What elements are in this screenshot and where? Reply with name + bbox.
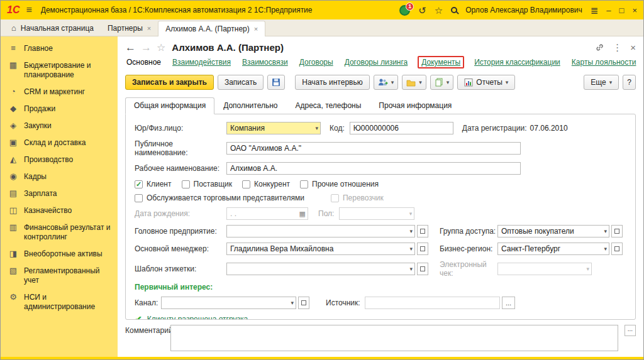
public-name-value: ОАО "Алхимов А.А."	[230, 144, 518, 153]
source-input[interactable]	[365, 297, 500, 309]
tab-other-info[interactable]: Прочая информация	[370, 97, 460, 114]
back-button[interactable]: ←	[125, 42, 136, 53]
history-icon[interactable]: ↺	[418, 6, 426, 15]
head-company-select[interactable]: ▾	[226, 225, 415, 237]
tab-home[interactable]: ⌂ Начальная страница	[4, 20, 101, 36]
tab-close-icon[interactable]: ×	[254, 25, 258, 33]
tab-alkhimov-partner[interactable]: Алхимов А.А. (Партнер) ×	[158, 21, 265, 36]
competitor-checkbox[interactable]: Конкурент	[242, 180, 290, 188]
supplier-checkbox[interactable]: Поставщик	[182, 180, 233, 188]
nav-link-relations[interactable]: Взаимосвязи	[242, 58, 288, 67]
public-name-input[interactable]: ОАО "Алхимов А.А."	[226, 142, 521, 155]
sidebar-item-finance[interactable]: ▥Финансовый результат и контроллинг	[1, 219, 118, 246]
checkbox-box: ✓	[135, 180, 143, 188]
nav-link-loyalty-cards[interactable]: Карты лояльности	[572, 58, 636, 67]
nav-link-interactions[interactable]: Взаимодействия	[172, 58, 231, 67]
sidebar-item-admin[interactable]: ⚙НСИ и администрирование	[1, 289, 118, 315]
titlebar: 1С ≡ Демонстрационная база / 1С:Комплекс…	[1, 1, 643, 19]
kebab-menu-icon[interactable]: ⋮	[613, 43, 622, 52]
sidebar-item-sales[interactable]: ◆Продажи	[1, 101, 118, 117]
more-button[interactable]: Еще▾	[584, 75, 619, 90]
hr-icon: ◉	[8, 172, 18, 181]
comment-textarea[interactable]	[170, 325, 618, 351]
legal-type-select[interactable]: Компания ▾	[226, 122, 321, 134]
discussions-icon[interactable]: 1	[399, 5, 410, 16]
settings-icon[interactable]: ≣	[591, 6, 599, 15]
nav-link-documents[interactable]: Документы	[421, 58, 460, 67]
sidebar-item-hr[interactable]: ◉Кадры	[1, 168, 118, 185]
shipping-allowed-link[interactable]: Клиенту разрешена отгрузка	[147, 315, 248, 320]
production-icon: ◭	[8, 155, 18, 164]
chevron-down-icon[interactable]: ▾	[601, 228, 607, 234]
chevron-down-icon[interactable]: ▾	[407, 266, 413, 272]
client-checkbox[interactable]: ✓ Клиент	[135, 180, 172, 188]
window-title: Демонстрационная база / 1С:Комплексная а…	[41, 6, 313, 14]
notification-badge: 1	[406, 3, 414, 11]
channel-select[interactable]: ▾	[161, 297, 296, 309]
chevron-down-icon[interactable]: ▾	[288, 300, 294, 306]
other-relations-checkbox[interactable]: Прочие отношения	[300, 180, 379, 188]
sidebar-item-warehouse[interactable]: ▣Склад и доставка	[1, 134, 118, 151]
manager-select[interactable]: Гладилина Вера Михайловна ▾	[226, 243, 415, 255]
help-button[interactable]: ?	[623, 75, 636, 90]
minimize-button[interactable]: –	[606, 6, 611, 15]
chevron-down-icon[interactable]: ▾	[407, 246, 413, 252]
sidebar-item-crm[interactable]: ◔CRM и маркетинг	[1, 84, 118, 101]
sales-reps-checkbox[interactable]: Обслуживается торговыми представителями	[135, 194, 304, 202]
channel-open-button[interactable]	[298, 297, 309, 309]
close-button[interactable]: ×	[632, 6, 637, 15]
files-dropdown-button[interactable]: ▾	[402, 75, 426, 90]
save-button[interactable]: Записать	[218, 75, 264, 90]
chevron-down-icon[interactable]: ▾	[313, 125, 318, 131]
tab-addresses-phones[interactable]: Адреса, телефоны	[287, 97, 370, 114]
working-name-input[interactable]: Алхимов А.А.	[226, 162, 521, 175]
favorites-star-icon[interactable]: ☆	[435, 6, 443, 15]
report-icon	[464, 78, 473, 87]
sidebar-item-regulated[interactable]: ▧Регламентированный учет	[1, 263, 118, 289]
access-group-select[interactable]: Оптовые покупатели ▾	[497, 225, 609, 237]
sidebar-item-assets[interactable]: ◨Внеоборотные активы	[1, 246, 118, 263]
maximize-button[interactable]: □	[619, 6, 625, 15]
close-form-icon[interactable]: ×	[630, 43, 636, 52]
tab-additional[interactable]: Дополнительно	[214, 97, 286, 114]
get-link-icon[interactable]	[595, 43, 604, 52]
comment-ellipsis-button[interactable]: ...	[625, 325, 636, 336]
region-open-button[interactable]	[611, 243, 623, 255]
forward-button[interactable]: →	[141, 42, 152, 53]
sidebar-item-purchases[interactable]: ◈Закупки	[1, 117, 118, 134]
label-template-open-button[interactable]	[417, 263, 428, 275]
search-icon[interactable]	[451, 7, 457, 13]
manager-open-button[interactable]	[417, 243, 428, 255]
access-group-open-button[interactable]	[611, 225, 623, 237]
chevron-down-icon[interactable]: ▾	[407, 228, 413, 234]
tab-general-info[interactable]: Общая информация	[125, 97, 214, 114]
contacts-dropdown-button[interactable]: ▾	[374, 75, 399, 90]
source-ellipsis-button[interactable]: ...	[502, 297, 515, 309]
start-interview-button[interactable]: Начать интервью	[295, 75, 370, 90]
nav-link-main[interactable]: Основное	[126, 58, 161, 67]
sidebar-item-treasury[interactable]: ◫Казначейство	[1, 202, 118, 219]
create-based-on-dropdown-button[interactable]: ▾	[430, 75, 454, 90]
main-menu-icon[interactable]: ≡	[26, 4, 31, 16]
region-select[interactable]: Санкт-Петербург ▾	[497, 243, 609, 255]
save-and-close-button[interactable]: Записать и закрыть	[125, 75, 214, 90]
save-and-close-label: Записать и закрыть	[132, 78, 207, 87]
sidebar-item-main[interactable]: ≡Главное	[1, 40, 118, 57]
nav-link-contracts[interactable]: Договоры	[299, 58, 333, 67]
nav-link-leasing-contracts[interactable]: Договоры лизинга	[345, 58, 408, 67]
sidebar-item-payroll[interactable]: ▤Зарплата	[1, 185, 118, 202]
tab-partners[interactable]: Партнеры ×	[101, 21, 158, 36]
sidebar-item-production[interactable]: ◭Производство	[1, 151, 118, 168]
favorite-star-icon[interactable]: ☆	[157, 41, 165, 53]
code-input[interactable]: Ю000000006	[350, 122, 453, 134]
tab-close-icon[interactable]: ×	[147, 25, 151, 32]
nav-link-classification-history[interactable]: История классификации	[474, 58, 560, 67]
user-name[interactable]: Орлов Александр Владимирович	[465, 6, 582, 14]
chevron-down-icon[interactable]: ▾	[601, 246, 607, 252]
save-icon-button[interactable]	[267, 75, 285, 90]
sidebar-item-budgeting[interactable]: ▦Бюджетирование и планирование	[1, 57, 118, 84]
label-template-select[interactable]: ▾	[226, 263, 415, 275]
reports-button[interactable]: Отчеты ▾	[457, 75, 515, 90]
head-company-open-button[interactable]	[417, 225, 428, 237]
budgeting-icon: ▦	[8, 61, 18, 70]
